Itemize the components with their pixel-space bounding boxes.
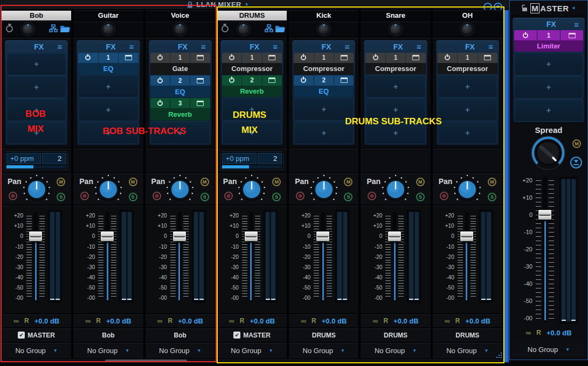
fader-handle[interactable] [29,231,43,242]
fx-open-window-button[interactable] [119,53,138,63]
group-selector[interactable]: No Group▼ [146,343,215,358]
fx-open-window-button[interactable] [190,75,210,86]
fx-slot-number[interactable]: 1 [242,53,261,63]
fx-slot-empty[interactable]: + [6,53,66,75]
fx-open-window-button[interactable] [190,53,210,63]
scrollbar-thumb[interactable] [105,360,187,362]
fx-slot-empty[interactable]: + [514,99,583,122]
parent-track-row[interactable]: ✔MASTER [2,328,71,343]
fx-slot-number[interactable]: 1 [170,53,190,63]
fx-open-window-button[interactable] [262,53,282,63]
mute-button[interactable]: M [416,178,425,186]
group-selector[interactable]: No Group▼ [217,343,287,358]
fader-handle[interactable] [316,231,330,242]
fx-slot-empty[interactable]: + [78,75,138,97]
fx-slot-number[interactable]: 2 [242,75,261,86]
fx-slot-number[interactable]: 2 [170,75,190,86]
solo-button[interactable]: S [129,193,137,201]
fx-menu-icon[interactable]: ≡ [488,42,493,51]
channel-gain-knob[interactable] [22,23,34,36]
fx-menu-icon[interactable]: ≡ [574,20,579,29]
group-selector[interactable]: No Group▼ [433,343,502,358]
channel-tab[interactable]: DRUMS [217,10,287,22]
fx-slot-empty[interactable]: + [6,76,66,98]
channel-tab[interactable]: Voice [146,10,215,22]
gain-value[interactable]: +0.0 dB [178,317,203,325]
fader-handle[interactable] [172,231,186,242]
solo-button[interactable]: S [488,193,496,201]
parent-track-row[interactable]: ✔MASTER [217,328,287,343]
fx-slot[interactable]: 2Reverb [222,75,282,97]
channel-gain-knob[interactable] [389,23,402,36]
pan-knob[interactable] [21,174,52,205]
solo-button[interactable]: S [344,193,352,201]
fx-slot-empty[interactable]: + [222,121,282,144]
link-icon[interactable]: ∞ [372,318,378,323]
fx-slot-number[interactable]: 1 [386,53,405,63]
fx-slot[interactable]: 1Limiter [514,30,583,52]
fx-slot[interactable]: 1Compressor [294,53,354,75]
group-selector[interactable]: No Group▼ [73,343,143,358]
link-icon[interactable]: ∞ [85,318,91,323]
fx-slot-empty[interactable]: + [365,98,425,121]
parent-checkbox[interactable]: ✔ [18,332,25,339]
fx-power-button[interactable] [150,53,170,63]
fx-menu-icon[interactable]: ≡ [58,42,63,51]
parent-track-row[interactable]: DRUMS [289,328,358,343]
fx-power-button[interactable] [222,75,241,86]
mute-button[interactable]: M [344,178,352,186]
fader-handle[interactable] [244,231,258,242]
pan-knob[interactable] [164,174,196,205]
fx-slot-number[interactable]: 1 [537,30,560,40]
fx-slot-number[interactable]: 1 [99,53,118,63]
channel-tab[interactable]: Kick [289,10,358,22]
gain-value[interactable]: +0.0 dB [322,317,347,325]
lock-icon[interactable] [187,1,193,8]
fx-open-window-button[interactable] [190,98,210,108]
pan-knob[interactable] [452,174,483,205]
fx-slot-empty[interactable]: + [6,98,66,121]
channel-tab[interactable]: Snare [361,10,430,22]
fx-slot-empty[interactable]: + [222,97,282,121]
read-automation-label[interactable]: R [24,317,29,325]
read-automation-label[interactable]: R [240,317,245,325]
fx-slot-empty[interactable]: + [78,122,138,144]
record-arm-button[interactable] [224,192,233,200]
link-icon[interactable]: ∞ [13,318,19,323]
group-selector[interactable]: No Group▼ [2,343,71,358]
mute-button[interactable]: M [272,178,281,186]
record-arm-button[interactable] [80,192,89,200]
link-icon[interactable]: ∞ [157,318,163,323]
routing-tree-icon[interactable] [49,24,58,32]
fx-menu-icon[interactable]: ≡ [201,42,206,51]
master-menu-arrow-icon[interactable]: ▼ [572,6,576,11]
fx-power-button[interactable] [150,98,170,108]
read-automation-label[interactable]: R [96,317,101,325]
fx-power-button[interactable] [365,53,385,63]
group-selector[interactable]: No Group▼ [361,343,430,358]
fx-power-button[interactable] [222,53,241,63]
record-arm-button[interactable] [440,192,448,200]
fx-slot-empty[interactable]: + [514,76,583,98]
fader-handle[interactable] [538,209,552,220]
master-group-selector[interactable]: No Group ▼ [512,342,585,357]
fx-power-button[interactable] [150,75,170,86]
read-automation-label[interactable]: R [383,317,388,325]
channel-tab[interactable]: OH [433,10,502,22]
fx-slot-empty[interactable]: + [150,121,210,144]
fx-power-button[interactable] [294,53,313,63]
timer-icon[interactable] [222,25,229,32]
channel-gain-knob[interactable] [174,23,186,36]
mute-button[interactable]: M [488,178,496,186]
fader-handle[interactable] [460,231,474,242]
pan-knob[interactable] [308,174,340,205]
pan-knob[interactable] [93,174,124,205]
fx-menu-icon[interactable]: ≡ [417,42,421,51]
parent-track-row[interactable]: DRUMS [361,328,430,343]
fx-menu-icon[interactable]: ≡ [345,42,350,51]
gain-value[interactable]: +0.0 dB [250,317,275,325]
record-arm-button[interactable] [9,192,17,200]
solo-button[interactable]: S [272,193,281,201]
fx-power-button[interactable] [514,30,537,40]
channel-tab[interactable]: Guitar [73,10,143,22]
